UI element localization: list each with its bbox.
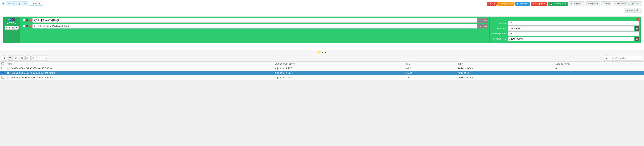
liens-button[interactable]: 🔗 Liens bbox=[629, 1, 642, 6]
file-added-cell: -- bbox=[554, 66, 644, 71]
search-box: 🔍 bbox=[610, 56, 642, 60]
row2-list-button[interactable]: ≡ bbox=[478, 24, 483, 28]
row-checkbox-2[interactable] bbox=[2, 76, 4, 79]
col-type[interactable]: Type bbox=[456, 62, 554, 66]
row2-block-icon bbox=[26, 25, 28, 27]
file-modified-cell: aujourd'hui à 20:51 bbox=[273, 71, 404, 75]
view-columns-button[interactable]: ⊞▾ bbox=[26, 56, 30, 61]
file-name-cell: 📄 6ee48da13e9c0afde5b73dfa8c35d788.wav bbox=[6, 66, 273, 71]
times-icon: ✕ bbox=[533, 2, 534, 5]
table-row[interactable]: 📄 -79b5f54918628cc7f6a900a386d14a04.mp3 … bbox=[0, 71, 644, 75]
param-volume2-label: Volume [1-100] bbox=[491, 32, 507, 35]
row1-drag-icon: ⠿ bbox=[21, 19, 22, 21]
sauvegarder-button[interactable]: 💾 Sauvegarder bbox=[548, 2, 568, 6]
action-checkbox[interactable] bbox=[10, 18, 12, 21]
param-message-label: Message bbox=[491, 27, 507, 30]
action-label: ACTION bbox=[7, 22, 16, 25]
row-checkbox-1[interactable] bbox=[2, 72, 4, 74]
col-modified[interactable]: Date de modification ▾ bbox=[273, 62, 404, 66]
file-modified-cell: aujourd'hui à 20:51 bbox=[273, 75, 404, 80]
action-label-col: ⠿ ACTION ⊕ Ajouter ▾ bbox=[4, 17, 20, 43]
jeedom-logo-icon: ☀ bbox=[2, 2, 5, 6]
file-type-cell: Audio...aveform bbox=[456, 66, 554, 71]
log-icon: 📄 bbox=[603, 2, 606, 5]
view-grid-large-button[interactable]: ▦ bbox=[20, 56, 25, 61]
tab-general[interactable]: ⚙ Général (ID : 65) bbox=[6, 1, 29, 6]
row1-checkbox[interactable] bbox=[23, 19, 25, 21]
cloud-button[interactable]: ☁▾ bbox=[604, 56, 609, 61]
param-message2-calendar-button[interactable]: 📅 bbox=[635, 37, 640, 41]
action-row-1: ⠿ ⊖ ≡ 📅 bbox=[21, 18, 488, 23]
upload-button[interactable]: ⬆ bbox=[37, 56, 42, 61]
param-message-calendar-button[interactable]: 📅 bbox=[635, 26, 640, 31]
exporter-button[interactable]: ↗ Exporter bbox=[585, 1, 600, 6]
row1-calendar-button[interactable]: 📅 bbox=[484, 18, 488, 23]
add-action-dropdown[interactable]: ⊕ Ajouter ▾ bbox=[4, 26, 18, 30]
action-row-2: ⠿ ⊖ ≡ 📅 bbox=[21, 24, 488, 28]
dupliquer-button[interactable]: ⧉ Dupliquer bbox=[613, 1, 628, 6]
link-icon: 🔗 bbox=[631, 2, 634, 5]
param-volume-input[interactable] bbox=[508, 21, 640, 25]
param-row-1-volume: Volume bbox=[491, 21, 640, 25]
row1-remove-button[interactable]: ⊖ bbox=[29, 19, 32, 21]
top-bar-right: Arrêté ✓ Expression ▶ Exécuter ✕ Supprim… bbox=[487, 1, 642, 6]
row1-command-input[interactable] bbox=[32, 18, 477, 23]
file-icon: 📄 bbox=[7, 67, 10, 70]
ajouter-action-button[interactable]: ⊕ Ajouter ▾ bbox=[4, 26, 18, 30]
drag-icon: ⠿ bbox=[8, 18, 10, 21]
param-message-input[interactable] bbox=[508, 26, 634, 31]
select-all-checkbox[interactable] bbox=[2, 62, 4, 65]
file-added-cell: -- bbox=[554, 71, 644, 75]
ajouter-bloc-button[interactable]: ⊕ Ajouter bloc bbox=[624, 8, 642, 12]
template-button[interactable]: ⊞ Template bbox=[569, 1, 584, 6]
row2-calendar-button[interactable]: 📅 bbox=[484, 24, 488, 28]
param-panel-close-button[interactable] bbox=[636, 18, 640, 21]
view-grid-medium-button[interactable]: ⊟ bbox=[14, 56, 19, 61]
row2-command-input[interactable] bbox=[32, 24, 477, 28]
file-manager-header: 📁 TTS bbox=[0, 50, 644, 55]
row2-drag-icon: ⠿ bbox=[21, 25, 22, 27]
arrete-button[interactable]: Arrêté bbox=[487, 2, 497, 6]
param-message2-input[interactable] bbox=[508, 37, 634, 41]
param-row-1-message: Message 📅 bbox=[491, 26, 640, 31]
table-row[interactable]: 📄 6ee48da13e9c0afde5b73dfa8c35d788.wav a… bbox=[0, 66, 644, 71]
row2-checkbox[interactable] bbox=[23, 25, 25, 27]
search-input[interactable] bbox=[615, 57, 641, 59]
settings-icon: ⚙ bbox=[8, 2, 10, 5]
param-panel: Volume Message 📅 Volume [1-100] Message … bbox=[490, 17, 640, 43]
executer-button[interactable]: ▶ Exécuter bbox=[515, 2, 530, 6]
expression-button[interactable]: ✓ Expression bbox=[497, 2, 514, 6]
block-icon bbox=[12, 18, 15, 21]
file-table-body: 📄 6ee48da13e9c0afde5b73dfa8c35d788.wav a… bbox=[0, 66, 644, 80]
file-name-cell: 📄 -79b5f54918628cc7f6a900a386d14a04.mp3 bbox=[6, 71, 273, 75]
col-added[interactable]: Date de l'ajout bbox=[554, 62, 644, 66]
file-size-cell: 115 Ko bbox=[404, 75, 456, 80]
file-icon: 📄 bbox=[7, 72, 10, 74]
table-row[interactable]: 📄 369e60ef1dfc9fed4d8d3fc94443bed59.wav … bbox=[0, 75, 644, 80]
settings-files-button[interactable]: ⚙▾ bbox=[31, 56, 36, 61]
row-checkbox-0[interactable] bbox=[2, 67, 4, 69]
file-manager: 📁 TTS ⊞ ☰ ⊟ ▦ ⊞▾ ⚙▾ ⬆ ⬭ ☁▾ 🔍 bbox=[0, 50, 644, 80]
file-size-cell: 165 Ko bbox=[404, 71, 456, 75]
play-icon: ▶ bbox=[517, 2, 519, 5]
dropdown-arrow-icon: ▾ bbox=[16, 26, 17, 29]
supprimer-button[interactable]: ✕ Supprimer bbox=[531, 2, 547, 6]
param-row-2-message: Message TTS 📅 bbox=[491, 37, 640, 41]
tab-scenario[interactable]: Scénario bbox=[30, 1, 43, 6]
param-volume2-input[interactable] bbox=[508, 31, 640, 36]
col-name[interactable]: Nom bbox=[6, 62, 273, 66]
view-grid-small-button[interactable]: ⊞ bbox=[2, 56, 7, 61]
folder-name: TTS bbox=[322, 51, 326, 54]
col-size[interactable]: Taille bbox=[404, 62, 456, 66]
more-button[interactable]: ⬭ bbox=[43, 56, 48, 61]
action-rows: ⠿ ⊖ ≡ 📅 ⠿ ⊖ ≡ 📅 bbox=[20, 17, 490, 43]
action-block: ⠿ ACTION ⊕ Ajouter ▾ ⠿ ⊖ ≡ bbox=[3, 16, 641, 43]
row1-list-button[interactable]: ≡ bbox=[478, 18, 483, 23]
plus-small-icon: ⊕ bbox=[6, 26, 8, 29]
row2-remove-button[interactable]: ⊖ bbox=[29, 25, 32, 27]
tab-scenario-label: Scénario bbox=[32, 2, 41, 5]
view-list-button[interactable]: ☰ bbox=[8, 56, 13, 61]
log-button[interactable]: 📄 Log bbox=[601, 1, 612, 6]
scenario-area: ⠿ ACTION ⊕ Ajouter ▾ ⠿ ⊖ ≡ bbox=[0, 13, 644, 50]
add-block-bar: ⊕ Ajouter bloc bbox=[0, 7, 644, 13]
